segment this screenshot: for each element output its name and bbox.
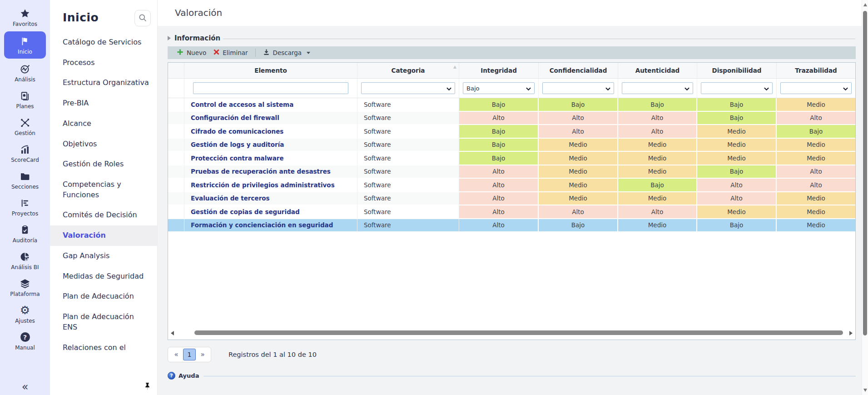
sidebar-item-valoracion[interactable]: Valoración [50,225,157,246]
layers-icon [20,278,30,290]
rail-item-favoritos[interactable]: Favoritos [2,4,48,30]
rail-item-manual[interactable]: ?Manual [2,328,48,354]
integridad-filter-select[interactable]: Bajo [463,82,535,94]
sidebar-item-medidas-de-seguridad[interactable]: Medidas de Seguridad [50,266,157,287]
element-link[interactable]: Restricción de privilegios administrativ… [191,181,335,189]
sidebar-item-plan-de-adecuacion[interactable]: Plan de Adecuación [50,286,157,307]
collapse-sidebar-button[interactable]: « [0,380,50,393]
rail-item-planes[interactable]: Planes [2,86,48,113]
scroll-up-arrow-icon[interactable] [863,3,867,6]
element-link[interactable]: Evaluación de terceros [191,195,270,202]
sidebar-item-comites-de-decision[interactable]: Comités de Decisión [50,205,157,225]
table-row[interactable]: Control de accesos al sistemaSoftwareBaj… [168,98,855,112]
sidebar-item-objetivos[interactable]: Objetivos [50,134,157,155]
disponibilidad-filter-select[interactable] [701,82,773,94]
rail-item-scorecard[interactable]: ScoreCard [2,140,48,166]
app-rail: FavoritosInicioAnálisisPlanesGestiónScor… [0,0,50,395]
sidebar-item-pre-bia[interactable]: Pre-BIA [50,93,157,114]
category-value: Software [364,128,391,135]
current-page-button[interactable]: 1 [183,349,196,360]
prev-page-button[interactable]: « [170,350,182,359]
sidebar-item-gap-analysis[interactable]: Gap Analysis [50,246,157,266]
confidencialidad-filter-select[interactable] [542,82,614,94]
rail-item-secciones[interactable]: Secciones [2,167,48,193]
rail-item-proyectos[interactable]: Proyectos [2,194,48,220]
next-page-button[interactable]: » [197,350,208,359]
scroll-right-arrow-icon[interactable] [849,331,853,335]
window-vertical-scrollbar[interactable] [862,0,868,395]
rail-item-inicio[interactable]: Inicio [4,31,46,59]
question-icon: ? [20,331,30,343]
table-row[interactable]: Gestión de copias de seguridadSoftwareAl… [168,205,855,219]
sidebar-item-relaciones-con-el[interactable]: Relaciones con el [50,338,157,358]
rating-value: Medio [727,208,746,215]
column-header-disponibilidad[interactable]: Disponibilidad [697,63,777,79]
elemento-filter-input[interactable] [193,82,348,94]
sidebar-item-plan-de-adecuacion-ens[interactable]: Plan de Adecuación ENS [50,307,157,337]
scroll-left-arrow-icon[interactable] [171,331,174,335]
sidebar-item-estructura-organizativa[interactable]: Estructura Organizativa [50,73,157,93]
sidebar-item-competencias-y-funciones[interactable]: Competencias y Funciones [50,175,157,205]
help-question-icon[interactable]: ? [168,372,175,380]
sidebar-item-catalogo-de-servicios[interactable]: Catálogo de Servicios [50,32,157,53]
element-link[interactable]: Configuración del firewall [191,114,279,121]
table-row[interactable]: Formación y concienciación en seguridadS… [168,219,855,233]
table-row[interactable]: Protección contra malwareSoftwareBajoMed… [168,152,855,165]
element-link[interactable]: Gestión de logs y auditoría [191,141,284,148]
table-row[interactable]: Pruebas de recuperación ante desastresSo… [168,165,855,179]
pagination-row: « 1 » Registros del 1 al 10 de 10 [168,347,317,362]
categoria-filter-select[interactable] [361,82,455,94]
delete-button[interactable]: Eliminar [210,49,251,56]
category-value: Software [364,155,391,162]
rail-item-analisis[interactable]: Análisis [2,60,48,86]
menu-search-button[interactable] [134,10,151,26]
rating-value: Medio [807,101,825,108]
sidebar-item-alcance[interactable]: Alcance [50,114,157,134]
rail-item-label: Planes [16,103,34,110]
element-link[interactable]: Control de accesos al sistema [191,101,293,108]
rating-value: Alto [810,168,822,175]
trazabilidad-filter-select[interactable] [780,82,852,94]
rating-value: Medio [569,181,587,189]
chevron-down-icon [446,84,451,93]
column-header-integridad[interactable]: Integridad [459,63,539,79]
section-divider [223,39,855,39]
rail-item-gestion[interactable]: Gestión [2,113,48,140]
new-button[interactable]: Nuevo [173,49,210,57]
section-header-informacion[interactable]: Información [168,34,855,42]
rail-item-ajustes[interactable]: ⚙Ajustes [2,301,48,327]
plus-icon [177,49,184,57]
table-row[interactable]: Configuración del firewallSoftwareAltoAl… [168,112,855,125]
element-link[interactable]: Protección contra malware [191,155,284,162]
rail-item-plataforma[interactable]: Plataforma [2,274,48,300]
report-icon [20,90,30,102]
element-link[interactable]: Pruebas de recuperación ante desastres [191,168,331,175]
rail-item-analisis-bi[interactable]: Análisis BI [2,247,48,274]
sidebar-item-procesos[interactable]: Procesos [50,53,157,73]
help-label[interactable]: Ayuda [179,372,199,379]
vertical-scroll-thumb[interactable] [863,11,867,335]
sidebar-item-gestion-de-roles[interactable]: Gestión de Roles [50,154,157,175]
table-row[interactable]: Evaluación de tercerosSoftwareAltoMedioM… [168,192,855,206]
search-icon [138,13,147,24]
table-row[interactable]: Restricción de privilegios administrativ… [168,179,855,192]
table-row[interactable]: Cifrado de comunicacionesSoftwareBajoAlt… [168,125,855,139]
column-header-confidencialidad[interactable]: Confidencialidad [539,63,618,79]
horizontal-scrollbar[interactable] [169,330,854,336]
column-header-elemento[interactable]: Elemento [184,63,357,79]
column-header-categoria[interactable]: Categoria▲ [357,63,459,79]
autenticidad-filter-select[interactable] [622,82,693,94]
download-button[interactable]: Descarga [259,49,314,57]
page-titlebar: Valoración [158,0,862,26]
column-header-trazabilidad[interactable]: Trazabilidad [777,63,855,79]
element-link[interactable]: Gestión de copias de seguridad [191,208,300,215]
pin-menu-icon[interactable] [143,382,152,392]
table-row[interactable]: Gestión de logs y auditoríaSoftwareBajoM… [168,139,855,152]
horizontal-scroll-thumb[interactable] [194,330,843,335]
help-divider [203,376,856,376]
column-header-autenticidad[interactable]: Autenticidad [618,63,697,79]
rail-item-auditoria[interactable]: Auditoría [2,220,48,247]
element-link[interactable]: Formación y concienciación en seguridad [191,221,333,229]
scroll-down-arrow-icon[interactable] [863,389,867,392]
element-link[interactable]: Cifrado de comunicaciones [191,128,283,135]
